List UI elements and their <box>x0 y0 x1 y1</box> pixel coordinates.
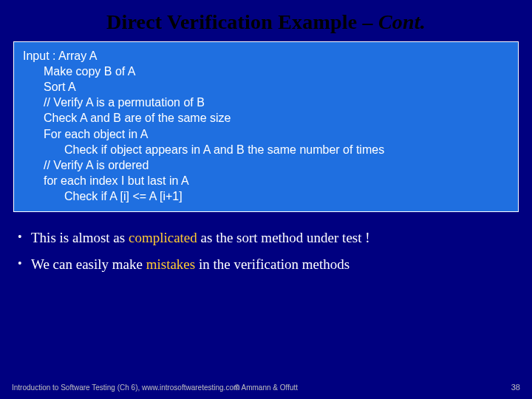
code-line: Sort A <box>23 79 509 95</box>
bullet-dot-icon: • <box>18 255 31 273</box>
bullet-text: This is almost as complicated as the sor… <box>31 228 519 248</box>
footer: Introduction to Software Testing (Ch 6),… <box>0 383 532 392</box>
emphasis: complicated <box>129 230 197 245</box>
page-number: 38 <box>511 383 520 392</box>
footer-left: Introduction to Software Testing (Ch 6),… <box>12 383 239 392</box>
bullet-dot-icon: • <box>18 228 31 246</box>
code-box: Input : Array A Make copy B of A Sort A … <box>13 41 519 212</box>
code-line: For each object in A <box>23 126 509 142</box>
list-item: • We can easily make mistakes in the ver… <box>18 255 519 274</box>
code-line: Check if object appears in A and B the s… <box>23 142 509 157</box>
slide: Direct Verification Example – Cont. Inpu… <box>0 0 532 399</box>
code-line: Check A and B are of the same size <box>23 110 509 126</box>
bullet-text: We can easily make mistakes in the verif… <box>31 255 519 274</box>
code-line: // Verify A is ordered <box>23 157 509 173</box>
code-line: Check if A [i] <= A [i+1] <box>23 188 509 204</box>
footer-center: © Ammann & Offutt <box>234 383 298 392</box>
bullet-list: • This is almost as complicated as the s… <box>13 228 519 273</box>
text-fragment: as the sort method under test ! <box>197 230 370 245</box>
code-line: for each index I but last in A <box>23 173 509 188</box>
code-line: Input : Array A <box>23 48 509 64</box>
list-item: • This is almost as complicated as the s… <box>18 228 519 248</box>
code-line: // Verify A is a permutation of B <box>23 95 509 110</box>
slide-title: Direct Verification Example – Cont. <box>13 10 519 34</box>
text-fragment: We can easily make <box>31 256 146 272</box>
emphasis: mistakes <box>146 256 196 272</box>
text-fragment: This is almost as <box>31 230 129 245</box>
text-fragment: in the verification methods <box>195 256 349 272</box>
title-main: Direct Verification Example – <box>106 10 378 33</box>
code-line: Make copy B of A <box>23 64 509 79</box>
title-cont: Cont. <box>378 10 426 33</box>
